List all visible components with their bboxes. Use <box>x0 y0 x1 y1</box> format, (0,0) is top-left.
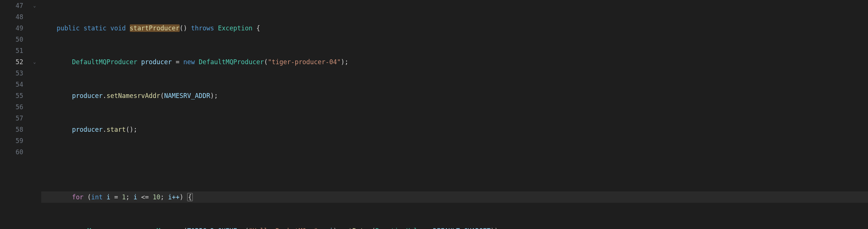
code-line[interactable]: DefaultMQProducer producer = new Default… <box>41 56 868 68</box>
line-number: 59 <box>0 135 23 146</box>
line-number: 57 <box>0 113 23 124</box>
code-line[interactable]: producer.start(); <box>41 124 868 135</box>
line-number: 55 <box>0 90 23 101</box>
line-number: 49 <box>0 23 23 34</box>
code-line-active[interactable]: for (int i = 1; i <= 10; i++) { <box>41 191 868 203</box>
code-line[interactable]: Message msg = new Message(TOPIC_2_QUEUE,… <box>41 225 868 229</box>
line-number: 54 <box>0 79 23 90</box>
line-number-active: 52 <box>0 56 23 68</box>
line-number: 48 <box>0 11 23 23</box>
code-area[interactable]: public static void startProducer() throw… <box>39 0 868 229</box>
line-number: 58 <box>0 124 23 135</box>
matched-brace: { <box>187 193 192 201</box>
line-number: 51 <box>0 45 23 56</box>
line-number: 47 <box>0 0 23 11</box>
fold-toggle[interactable]: ⌄ <box>30 56 39 68</box>
chevron-down-icon: ⌄ <box>33 0 36 11</box>
code-editor[interactable]: 47 48 49 50 51 52 53 54 55 56 57 58 59 6… <box>0 0 868 229</box>
fold-column: ⌄ ⌄ <box>30 0 39 229</box>
line-number: 50 <box>0 34 23 45</box>
code-line[interactable]: producer.setNamesrvAddr(NAMESRV_ADDR); <box>41 90 868 101</box>
line-number: 53 <box>0 68 23 79</box>
line-number: 56 <box>0 101 23 113</box>
line-number: 60 <box>0 146 23 158</box>
code-line[interactable]: public static void startProducer() throw… <box>41 23 868 34</box>
fold-toggle[interactable]: ⌄ <box>30 0 39 11</box>
chevron-down-icon: ⌄ <box>33 56 36 68</box>
method-name: startProducer <box>130 24 180 32</box>
code-line[interactable] <box>41 158 868 169</box>
line-number-gutter: 47 48 49 50 51 52 53 54 55 56 57 58 59 6… <box>0 0 30 229</box>
